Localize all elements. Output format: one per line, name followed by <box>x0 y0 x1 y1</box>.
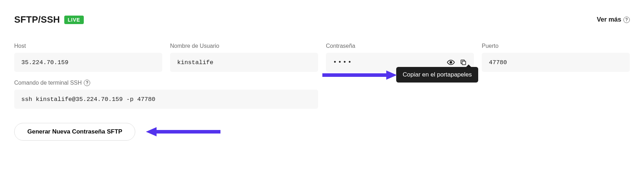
username-field: Nombre de Usuario kinstalife <box>170 43 318 72</box>
section-title: SFTP/SSH <box>14 14 60 25</box>
help-icon[interactable]: ? <box>84 80 90 86</box>
see-more-link[interactable]: Ver más ? <box>597 16 630 23</box>
host-value: 35.224.70.159 <box>21 59 155 66</box>
svg-marker-4 <box>146 127 157 136</box>
copy-tooltip: Copiar en el portapapeles <box>396 67 478 83</box>
annotation-arrow-icon <box>322 70 397 80</box>
eye-icon[interactable] <box>447 58 455 66</box>
host-value-box[interactable]: 35.224.70.159 <box>14 53 162 72</box>
ssh-command-field: Comando de terminal SSH ? ssh kinstalife… <box>14 80 318 109</box>
port-value-box[interactable]: 47780 <box>482 53 630 72</box>
live-badge: LIVE <box>64 16 84 24</box>
password-value: •••• <box>333 59 447 66</box>
copy-icon[interactable] <box>460 59 467 66</box>
port-value: 47780 <box>489 59 623 66</box>
username-label: Nombre de Usuario <box>170 43 318 49</box>
username-value: kinstalife <box>177 59 311 66</box>
generate-password-button[interactable]: Generar Nueva Contraseña SFTP <box>14 123 135 141</box>
port-field: Puerto 47780 <box>482 43 630 72</box>
ssh-command-label: Comando de terminal SSH ? <box>14 80 318 86</box>
host-label: Host <box>14 43 162 49</box>
svg-marker-3 <box>386 70 397 80</box>
svg-rect-1 <box>462 61 466 65</box>
see-more-label: Ver más <box>597 16 621 23</box>
host-field: Host 35.224.70.159 <box>14 43 162 72</box>
svg-point-0 <box>450 61 452 63</box>
password-label: Contraseña <box>326 43 474 49</box>
password-field: Contraseña •••• Copiar en e <box>326 43 474 72</box>
username-value-box[interactable]: kinstalife <box>170 53 318 72</box>
ssh-command-value: ssh kinstalife@35.224.70.159 -p 47780 <box>21 96 311 103</box>
ssh-command-box[interactable]: ssh kinstalife@35.224.70.159 -p 47780 <box>14 90 318 109</box>
help-icon: ? <box>623 17 630 23</box>
annotation-arrow-icon <box>146 126 220 137</box>
port-label: Puerto <box>482 43 630 49</box>
